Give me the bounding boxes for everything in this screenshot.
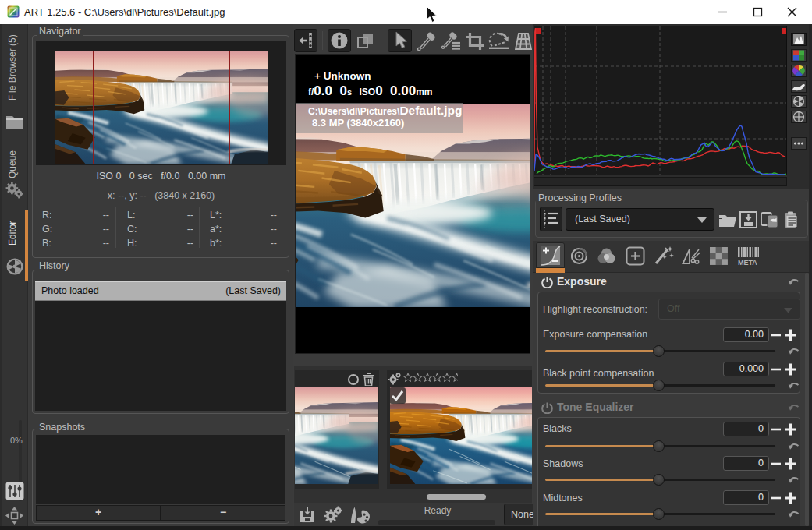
svg-text:META: META — [738, 259, 757, 267]
svg-text:Queue: Queue — [7, 150, 18, 178]
svg-text:File Browser (5): File Browser (5) — [7, 34, 18, 101]
svg-text:Editor: Editor — [7, 221, 18, 246]
